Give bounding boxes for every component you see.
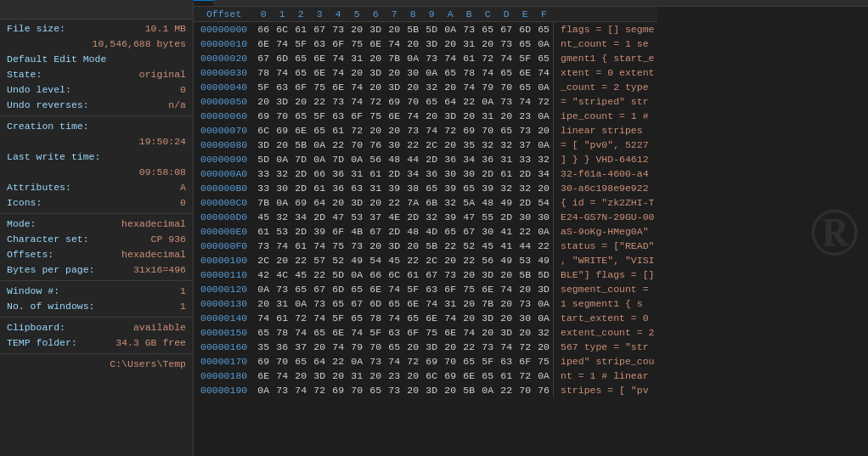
hex-cell[interactable]: 20 [534,340,553,354]
hex-cell[interactable]: 32 [478,138,497,152]
hex-cell[interactable]: 39 [441,181,459,195]
hex-cell[interactable]: 6C [385,267,403,282]
hex-cell[interactable]: 74 [441,311,459,325]
hex-cell[interactable]: 65 [422,94,441,109]
hex-cell[interactable]: 31 [366,181,385,195]
hex-cell[interactable]: 33 [254,181,273,195]
hex-cell[interactable]: 5B [516,267,534,282]
hex-cell[interactable]: 39 [310,224,329,239]
hex-cell[interactable]: 5A [459,195,478,210]
hex-cell[interactable]: 6C [254,123,273,138]
hex-cell[interactable]: 65 [478,369,497,383]
hex-cell[interactable]: 65 [516,80,534,94]
hex-cell[interactable]: 36 [329,166,347,181]
hex-cell[interactable]: 75 [459,282,478,296]
hex-cell[interactable]: 20 [441,37,459,51]
hex-cell[interactable]: 0A [441,22,459,37]
hex-cell[interactable]: 32 [273,166,291,181]
hex-cell[interactable]: 78 [459,65,478,80]
hex-cell[interactable]: 20 [366,123,385,138]
hex-cell[interactable]: 31 [273,296,291,311]
hex-cell[interactable]: 38 [403,181,422,195]
hex-cell[interactable]: 6E [366,37,385,51]
hex-cell[interactable]: 65 [422,181,441,195]
hex-cell[interactable]: 34 [291,210,310,224]
hex-cell[interactable]: 55 [478,210,497,224]
hex-cell[interactable]: 2D [291,181,310,195]
hex-cell[interactable]: 3D [478,267,497,282]
hex-table-wrapper[interactable]: ® Offset0123456789ABCDEF 00000000666C616… [194,7,868,456]
hex-cell[interactable]: 48 [403,224,422,239]
hex-cell[interactable]: 6E [310,65,329,80]
hex-cell[interactable]: 65 [497,65,516,80]
hex-cell[interactable]: 32 [497,181,516,195]
hex-cell[interactable]: 67 [347,296,366,311]
hex-cell[interactable]: 22 [497,383,516,397]
hex-cell[interactable]: 74 [516,94,534,109]
hex-cell[interactable]: 20 [366,51,385,65]
hex-cell[interactable]: 6F [441,282,459,296]
hex-cell[interactable]: 6E [366,282,385,296]
hex-cell[interactable]: 0A [347,354,366,369]
hex-cell[interactable]: 6E [329,325,347,340]
hex-cell[interactable]: 22 [329,138,347,152]
hex-cell[interactable]: 37 [516,138,534,152]
hex-cell[interactable]: 74 [459,80,478,94]
hex-cell[interactable]: 74 [385,354,403,369]
hex-cell[interactable]: 22 [441,239,459,253]
hex-cell[interactable]: 73 [459,22,478,37]
hex-cell[interactable]: 5D [329,267,347,282]
hex-cell[interactable]: 70 [478,123,497,138]
hex-cell[interactable]: 74 [291,325,310,340]
hex-cell[interactable]: 61 [403,267,422,282]
hex-cell[interactable]: 20 [273,253,291,267]
hex-cell[interactable]: 61 [366,166,385,181]
hex-cell[interactable]: 6E [478,282,497,296]
hex-cell[interactable]: 6E [310,51,329,65]
hex-cell[interactable]: 0A [534,80,553,94]
hex-cell[interactable]: 75 [422,325,441,340]
hex-cell[interactable]: 49 [534,253,553,267]
hex-cell[interactable]: 31 [347,166,366,181]
hex-cell[interactable]: 73 [385,383,403,397]
hex-cell[interactable]: 0A [291,296,310,311]
hex-cell[interactable]: 3D [385,80,403,94]
hex-cell[interactable]: 20 [385,65,403,80]
hex-cell[interactable]: 63 [347,181,366,195]
hex-cell[interactable]: 0A [310,152,329,166]
hex-cell[interactable]: 57 [310,253,329,267]
hex-cell[interactable]: 6D [273,51,291,65]
hex-cell[interactable]: 72 [478,51,497,65]
hex-cell[interactable]: 65 [516,37,534,51]
hex-cell[interactable]: 69 [291,195,310,210]
hex-cell[interactable]: 56 [478,253,497,267]
hex-cell[interactable]: 5F [516,51,534,65]
hex-cell[interactable]: 65 [291,282,310,296]
hex-cell[interactable]: 7A [403,195,422,210]
hex-cell[interactable]: 0A [534,138,553,152]
hex-cell[interactable]: 65 [459,354,478,369]
hex-cell[interactable]: 5B [291,138,310,152]
hex-cell[interactable]: 32 [422,210,441,224]
hex-cell[interactable]: 20 [459,311,478,325]
hex-cell[interactable]: 34 [403,166,422,181]
hex-cell[interactable]: 0A [534,296,553,311]
hex-cell[interactable]: 74 [273,369,291,383]
hex-cell[interactable]: 23 [516,109,534,123]
hex-cell[interactable]: 5D [254,152,273,166]
hex-cell[interactable]: 0A [478,383,497,397]
hex-cell[interactable]: 33 [516,152,534,166]
hex-cell[interactable]: 5F [329,311,347,325]
hex-cell[interactable]: 2D [310,210,329,224]
hex-cell[interactable]: 6F [329,224,347,239]
hex-cell[interactable]: 4C [273,267,291,282]
hex-cell[interactable]: 30 [441,166,459,181]
hex-cell[interactable]: 70 [441,354,459,369]
hex-cell[interactable]: 0A [403,51,422,65]
hex-cell[interactable]: 74 [273,65,291,80]
hex-cell[interactable]: 41 [497,239,516,253]
hex-cell[interactable]: 45 [478,239,497,253]
hex-cell[interactable]: 31 [478,109,497,123]
hex-cell[interactable]: 73 [497,94,516,109]
hex-cell[interactable]: 66 [254,22,273,37]
